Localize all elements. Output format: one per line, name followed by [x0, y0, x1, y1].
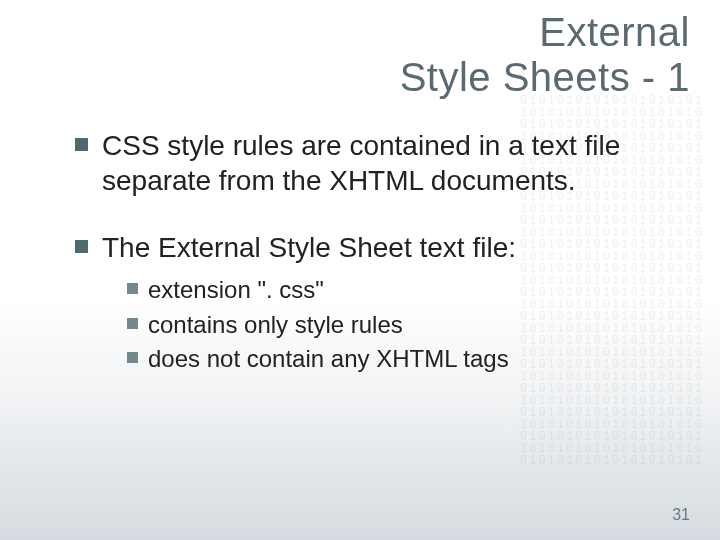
square-bullet-icon: [127, 283, 138, 294]
sub-bullet-item: extension ". css": [127, 275, 665, 306]
square-bullet-icon: [75, 240, 88, 253]
sub-bullet-group: extension ". css" contains only style ru…: [127, 275, 665, 375]
square-bullet-icon: [127, 318, 138, 329]
title-line-1: External: [400, 10, 690, 55]
square-bullet-icon: [75, 138, 88, 151]
square-bullet-icon: [127, 352, 138, 363]
sub-bullet-item: contains only style rules: [127, 310, 665, 341]
content-area: CSS style rules are contained in a text …: [75, 128, 665, 379]
bullet-item: The External Style Sheet text file:: [75, 230, 665, 265]
bullet-item: CSS style rules are contained in a text …: [75, 128, 665, 198]
sub-bullet-text: extension ". css": [148, 275, 324, 306]
page-number: 31: [672, 506, 690, 524]
slide: 01010101010101010101 1010101010101010101…: [0, 0, 720, 540]
slide-title: External Style Sheets - 1: [400, 10, 690, 100]
sub-bullet-text: does not contain any XHTML tags: [148, 344, 509, 375]
sub-bullet-text: contains only style rules: [148, 310, 403, 341]
bullet-text: The External Style Sheet text file:: [102, 230, 516, 265]
title-line-2: Style Sheets - 1: [400, 55, 690, 100]
sub-bullet-item: does not contain any XHTML tags: [127, 344, 665, 375]
bullet-text: CSS style rules are contained in a text …: [102, 128, 665, 198]
